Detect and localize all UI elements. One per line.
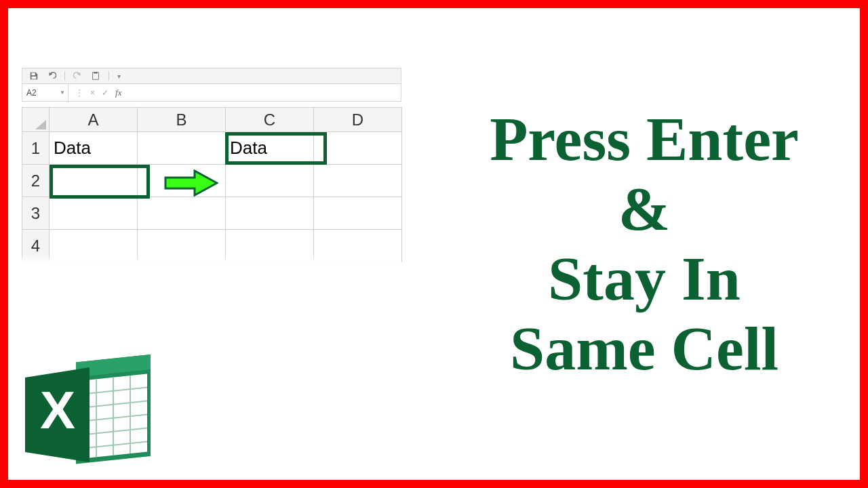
redo-icon[interactable] [73,71,83,81]
quick-access-toolbar: ▾ [22,68,401,84]
name-box[interactable]: A2 ▼ [22,84,68,101]
cell-a1[interactable]: Data [50,132,138,165]
undo-icon[interactable] [47,71,56,81]
row-header-3[interactable]: 3 [22,197,50,230]
right-panel: Press Enter & Stay In Same Cell [442,20,846,468]
selection-box-a2 [50,165,150,199]
headline-text: Press Enter & Stay In Same Cell [490,104,799,384]
cell-d3[interactable] [314,197,402,230]
name-box-value: A2 [26,88,37,98]
svg-rect-1 [32,77,37,79]
spreadsheet-grid[interactable]: A B C D 1 Data Data [22,107,401,262]
table-row: 3 [22,197,402,230]
svg-rect-3 [94,72,97,74]
thumbnail-frame: ▾ A2 ▼ ⋮ × ✓ fx [0,0,868,488]
left-panel: ▾ A2 ▼ ⋮ × ✓ fx [22,20,442,468]
separator [108,71,109,81]
paste-icon[interactable] [91,71,100,81]
svg-rect-0 [32,73,35,76]
row-header-2[interactable]: 2 [22,165,50,197]
separator [64,71,65,81]
cancel-icon[interactable]: × [90,88,95,98]
cell-a3[interactable] [50,197,138,230]
column-header-c[interactable]: C [226,108,314,132]
column-header-a[interactable]: A [50,108,138,132]
column-header-d[interactable]: D [314,108,402,132]
fx-icon[interactable]: fx [115,87,121,98]
formula-bar: A2 ▼ ⋮ × ✓ fx [22,84,401,102]
column-header-b[interactable]: B [138,108,226,132]
save-icon[interactable] [29,71,39,81]
excel-logo-icon: X [15,354,157,476]
arrow-icon [164,169,218,197]
formula-buttons: ⋮ × ✓ fx [68,87,128,98]
cell-d2[interactable] [314,165,402,197]
select-all-corner[interactable] [22,108,50,132]
cell-b1[interactable] [138,132,226,165]
row-header-1[interactable]: 1 [22,132,50,165]
cell-d1[interactable] [314,132,402,165]
content-row: ▾ A2 ▼ ⋮ × ✓ fx [22,20,846,468]
customize-icon[interactable]: ▾ [117,73,121,80]
cell-b3[interactable] [138,197,226,230]
fade-overlay [22,254,401,262]
cell-c2[interactable] [226,165,314,197]
table-row: 1 Data Data [22,132,402,165]
selection-box-c1 [225,132,327,165]
excel-x-label: X [40,380,75,440]
cell-c3[interactable] [226,197,314,230]
confirm-icon[interactable]: ✓ [102,88,108,98]
svg-marker-4 [165,171,217,195]
chevron-down-icon[interactable]: ▼ [60,89,65,96]
